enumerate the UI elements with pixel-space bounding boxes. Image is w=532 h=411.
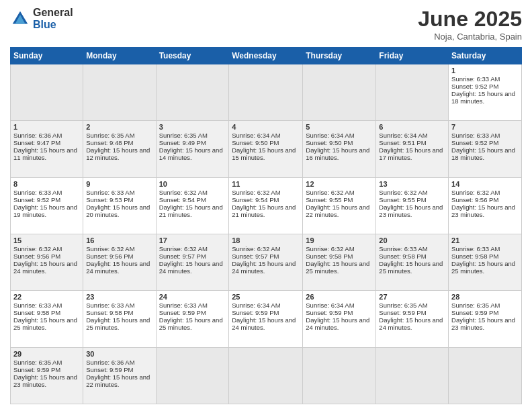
day-number: 22 <box>13 293 80 301</box>
calendar-day-header: Saturday <box>449 48 522 64</box>
sunset: Sunset: 9:57 PM <box>232 253 279 260</box>
day-number: 9 <box>86 180 152 188</box>
sunset: Sunset: 9:59 PM <box>451 309 498 316</box>
daylight: Daylight: 15 hours and 17 minutes. <box>379 146 443 161</box>
day-number: 15 <box>13 236 80 244</box>
day-number: 5 <box>306 123 373 131</box>
calendar-day-cell <box>449 347 522 404</box>
title-section: June 2025 Noja, Cantabria, Spain <box>418 7 522 42</box>
sunset: Sunset: 9:51 PM <box>379 139 426 146</box>
sunset: Sunset: 9:59 PM <box>379 309 426 316</box>
sunset: Sunset: 9:58 PM <box>86 309 133 316</box>
calendar-day-cell: 29 Sunrise: 6:35 AM Sunset: 9:59 PM Dayl… <box>11 347 83 404</box>
sunset: Sunset: 9:50 PM <box>232 139 279 146</box>
calendar-week-row: 22 Sunrise: 6:33 AM Sunset: 9:58 PM Dayl… <box>11 291 522 347</box>
calendar-day-cell <box>303 347 376 404</box>
daylight: Daylight: 15 hours and 25 minutes. <box>451 260 515 275</box>
calendar-day-cell <box>303 64 376 121</box>
sunrise: Sunrise: 6:33 AM <box>451 245 500 253</box>
sunrise: Sunrise: 6:36 AM <box>13 132 62 139</box>
day-number: 3 <box>159 123 226 131</box>
sunset: Sunset: 9:52 PM <box>13 196 60 203</box>
calendar-day-cell: 12 Sunrise: 6:32 AM Sunset: 9:55 PM Dayl… <box>303 177 376 234</box>
daylight: Daylight: 15 hours and 18 minutes. <box>451 90 515 105</box>
sunset: Sunset: 9:52 PM <box>451 139 498 146</box>
calendar-day-cell: 3 Sunrise: 6:35 AM Sunset: 9:49 PM Dayli… <box>156 121 229 177</box>
sunrise: Sunrise: 6:33 AM <box>451 75 500 83</box>
daylight: Daylight: 15 hours and 24 minutes. <box>306 316 369 331</box>
calendar-day-cell: 19 Sunrise: 6:32 AM Sunset: 9:58 PM Dayl… <box>303 234 376 290</box>
calendar-day-cell <box>376 64 449 121</box>
sunrise: Sunrise: 6:35 AM <box>86 132 134 139</box>
logo-text: General Blue <box>33 7 73 30</box>
sunrise: Sunrise: 6:33 AM <box>159 302 208 309</box>
calendar-day-cell: 13 Sunrise: 6:32 AM Sunset: 9:55 PM Dayl… <box>376 177 449 234</box>
calendar-day-cell: 25 Sunrise: 6:34 AM Sunset: 9:59 PM Dayl… <box>229 291 303 347</box>
calendar-day-header: Wednesday <box>229 48 303 64</box>
logo-general: General <box>33 7 73 19</box>
calendar-day-cell: 6 Sunrise: 6:34 AM Sunset: 9:51 PM Dayli… <box>376 121 449 177</box>
sunrise: Sunrise: 6:32 AM <box>306 189 354 196</box>
daylight: Daylight: 15 hours and 24 minutes. <box>13 260 77 275</box>
daylight: Daylight: 15 hours and 25 minutes. <box>159 316 223 331</box>
day-number: 1 <box>13 123 80 131</box>
sunrise: Sunrise: 6:35 AM <box>451 302 500 309</box>
calendar-day-cell <box>156 64 229 121</box>
day-number: 19 <box>306 236 373 244</box>
sunrise: Sunrise: 6:33 AM <box>13 302 62 309</box>
sunset: Sunset: 9:58 PM <box>451 253 498 260</box>
calendar-day-cell: 11 Sunrise: 6:32 AM Sunset: 9:54 PM Dayl… <box>229 177 303 234</box>
daylight: Daylight: 15 hours and 21 minutes. <box>159 203 223 218</box>
day-number: 21 <box>451 236 519 244</box>
day-number: 13 <box>379 180 445 188</box>
sunrise: Sunrise: 6:33 AM <box>86 302 134 309</box>
sunset: Sunset: 9:55 PM <box>379 196 426 203</box>
sunrise: Sunrise: 6:34 AM <box>232 302 280 309</box>
calendar-day-cell: 8 Sunrise: 6:33 AM Sunset: 9:52 PM Dayli… <box>11 177 83 234</box>
calendar-day-cell <box>229 347 303 404</box>
day-number: 14 <box>451 180 519 188</box>
calendar-day-cell: 17 Sunrise: 6:32 AM Sunset: 9:57 PM Dayl… <box>156 234 229 290</box>
daylight: Daylight: 15 hours and 12 minutes. <box>86 146 150 161</box>
day-number: 1 <box>451 66 519 75</box>
logo: General Blue <box>10 7 73 30</box>
daylight: Daylight: 15 hours and 23 minutes. <box>13 373 77 388</box>
sunset: Sunset: 9:56 PM <box>451 196 498 203</box>
sunrise: Sunrise: 6:33 AM <box>86 189 134 196</box>
calendar-day-cell <box>229 64 303 121</box>
sunrise: Sunrise: 6:32 AM <box>86 245 134 253</box>
calendar-day-cell: 1 Sunrise: 6:36 AM Sunset: 9:47 PM Dayli… <box>11 121 83 177</box>
calendar-week-row: 29 Sunrise: 6:35 AM Sunset: 9:59 PM Dayl… <box>11 347 522 404</box>
daylight: Daylight: 15 hours and 18 minutes. <box>451 146 515 161</box>
calendar-day-cell: 28 Sunrise: 6:35 AM Sunset: 9:59 PM Dayl… <box>449 291 522 347</box>
day-number: 2 <box>86 123 152 131</box>
calendar-day-header: Thursday <box>303 48 376 64</box>
calendar-day-cell: 2 Sunrise: 6:35 AM Sunset: 9:48 PM Dayli… <box>83 121 156 177</box>
daylight: Daylight: 15 hours and 20 minutes. <box>86 203 150 218</box>
sunset: Sunset: 9:59 PM <box>306 309 353 316</box>
sunrise: Sunrise: 6:32 AM <box>451 189 500 196</box>
daylight: Daylight: 15 hours and 22 minutes. <box>306 203 369 218</box>
sunset: Sunset: 9:49 PM <box>159 139 206 146</box>
sunset: Sunset: 9:56 PM <box>13 253 60 260</box>
sunrise: Sunrise: 6:35 AM <box>159 132 208 139</box>
calendar-day-cell: 1 Sunrise: 6:33 AM Sunset: 9:52 PM Dayli… <box>449 64 522 121</box>
calendar-day-cell: 4 Sunrise: 6:34 AM Sunset: 9:50 PM Dayli… <box>229 121 303 177</box>
day-number: 30 <box>86 350 152 358</box>
calendar-day-cell: 9 Sunrise: 6:33 AM Sunset: 9:53 PM Dayli… <box>83 177 156 234</box>
sunrise: Sunrise: 6:32 AM <box>232 189 280 196</box>
sunrise: Sunrise: 6:32 AM <box>159 245 208 253</box>
sunrise: Sunrise: 6:34 AM <box>232 132 280 139</box>
calendar-day-cell: 20 Sunrise: 6:33 AM Sunset: 9:58 PM Dayl… <box>376 234 449 290</box>
calendar-day-cell: 10 Sunrise: 6:32 AM Sunset: 9:54 PM Dayl… <box>156 177 229 234</box>
sunrise: Sunrise: 6:36 AM <box>86 359 134 366</box>
sunset: Sunset: 9:55 PM <box>306 196 353 203</box>
header: General Blue June 2025 Noja, Cantabria, … <box>10 7 522 42</box>
calendar-day-cell: 21 Sunrise: 6:33 AM Sunset: 9:58 PM Dayl… <box>449 234 522 290</box>
page: General Blue June 2025 Noja, Cantabria, … <box>0 0 532 411</box>
day-number: 11 <box>232 180 300 188</box>
month-title: June 2025 <box>418 7 522 32</box>
sunrise: Sunrise: 6:34 AM <box>306 302 354 309</box>
daylight: Daylight: 15 hours and 14 minutes. <box>159 146 223 161</box>
daylight: Daylight: 15 hours and 24 minutes. <box>86 260 150 275</box>
